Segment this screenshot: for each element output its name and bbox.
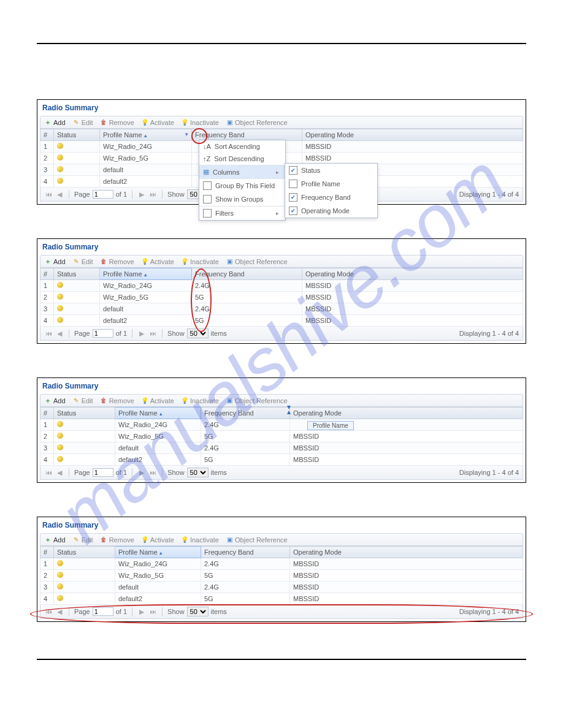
inactivate-button[interactable]: 💡Inactivate	[181, 119, 219, 126]
page-next-button[interactable]: ▶	[137, 330, 146, 338]
page-next-button[interactable]: ▶	[137, 608, 146, 616]
table-row[interactable]: 2Wiz_Radio_5G5GMBSSID	[40, 292, 523, 303]
edit-button[interactable]: ✎Edit	[72, 119, 93, 126]
page-prev-button[interactable]: ◀	[55, 469, 64, 477]
table-row[interactable]: 4default25GMBSSID	[40, 454, 523, 466]
col-status[interactable]: Status	[54, 268, 100, 280]
page-prev-button[interactable]: ◀	[55, 191, 64, 199]
edit-button[interactable]: ✎Edit	[72, 258, 93, 265]
remove-button[interactable]: 🗑Remove	[100, 119, 134, 126]
menu-group-by[interactable]: Group By This Field	[199, 179, 285, 192]
page-first-button[interactable]: ⏮	[44, 469, 53, 476]
menu-filters[interactable]: Filters▸	[199, 207, 285, 220]
col-mode[interactable]: Operating Mode	[302, 129, 523, 141]
page-input[interactable]	[93, 468, 113, 477]
col-num[interactable]: #	[40, 408, 54, 419]
column-menu-trigger[interactable]: ▾	[185, 131, 188, 137]
add-button[interactable]: ＋Add	[44, 119, 66, 126]
menu-columns[interactable]: ▦Columns▸	[199, 165, 285, 178]
col-freq[interactable]: Frequency Band	[201, 547, 290, 558]
cell-num: 2	[40, 570, 54, 582]
col-status[interactable]: Status	[54, 408, 115, 419]
menu-show-groups[interactable]: Show in Groups	[199, 192, 285, 206]
table-row[interactable]: 1Wiz_Radio_24G2.4G	[40, 419, 523, 431]
page-prev-button[interactable]: ◀	[55, 608, 64, 616]
object-reference-button[interactable]: ▣Object Reference	[226, 258, 288, 265]
col-profile[interactable]: Profile Name▾	[100, 129, 192, 141]
page-size-select[interactable]: 50	[187, 328, 209, 338]
table-row[interactable]: 2Wiz_Radio_5G5GMBSSID	[40, 431, 523, 442]
cell-freq: 5G	[201, 570, 290, 582]
table-row[interactable]: 4default25GMBSSID	[40, 315, 523, 327]
table-row[interactable]: 1Wiz_Radio_24G2.4GMBSSID	[40, 280, 523, 292]
activate-button[interactable]: 💡Activate	[141, 536, 174, 544]
page-last-button[interactable]: ⏭	[148, 469, 157, 476]
edit-button[interactable]: ✎Edit	[72, 397, 93, 404]
page-last-button[interactable]: ⏭	[148, 191, 157, 198]
panel-radio-summary-3: Radio Summary ＋Add ✎Edit 🗑Remove 💡Activa…	[37, 377, 526, 483]
activate-icon: 💡	[141, 536, 148, 544]
table-row[interactable]: 1Wiz_Radio_24G2.4GMBSSID	[40, 558, 523, 570]
col-mode[interactable]: Operating Mode	[290, 547, 523, 558]
inactivate-icon: 💡	[181, 536, 188, 544]
table-row[interactable]: 3default2.4GMBSSID	[40, 582, 523, 593]
col-freq[interactable]: Frequency Band	[192, 268, 302, 280]
page-prev-button[interactable]: ◀	[55, 330, 64, 338]
table-row[interactable]: 3default2.4GMBSSID	[40, 442, 523, 454]
table-row[interactable]: 2Wiz_Radio_5G5GMBSSID	[40, 570, 523, 582]
show-groups-checkbox	[203, 195, 212, 203]
remove-button[interactable]: 🗑Remove	[100, 258, 134, 265]
inactivate-button[interactable]: 💡Inactivate	[181, 397, 219, 404]
activate-button[interactable]: 💡Activate	[141, 119, 174, 126]
page-input[interactable]	[93, 190, 113, 199]
col-profile[interactable]: Profile Name	[100, 268, 192, 280]
object-reference-button[interactable]: ▣Object Reference	[226, 119, 288, 126]
col-num[interactable]: #	[40, 129, 54, 141]
col-mode[interactable]: Operating Mode	[290, 408, 523, 419]
menu-sort-desc[interactable]: ↑ZSort Descending	[199, 153, 285, 165]
cell-status	[54, 153, 100, 164]
add-button[interactable]: ＋Add	[44, 258, 66, 265]
page-last-button[interactable]: ⏭	[148, 330, 157, 337]
object-reference-button[interactable]: ▣Object Reference	[226, 397, 288, 404]
table-row[interactable]: 4default25GMBSSID	[40, 593, 523, 605]
submenu-profile[interactable]: Profile Name	[285, 177, 377, 191]
cell-status	[54, 315, 100, 327]
page-first-button[interactable]: ⏮	[44, 608, 53, 615]
inactivate-button[interactable]: 💡Inactivate	[181, 536, 219, 544]
col-num[interactable]: #	[40, 547, 54, 558]
submenu-mode[interactable]: ✔Operating Mode	[285, 204, 377, 218]
col-profile[interactable]: Profile Name	[115, 408, 201, 419]
page-next-button[interactable]: ▶	[137, 191, 146, 199]
col-status[interactable]: Status	[54, 547, 115, 558]
page-last-button[interactable]: ⏭	[148, 608, 157, 615]
page-first-button[interactable]: ⏮	[44, 330, 53, 337]
cell-freq: 5G	[192, 292, 302, 303]
col-num[interactable]: #	[40, 268, 54, 280]
col-status[interactable]: Status	[54, 129, 100, 141]
inactivate-button[interactable]: 💡Inactivate	[181, 258, 219, 265]
col-freq[interactable]: Frequency Band	[201, 408, 290, 419]
remove-button[interactable]: 🗑Remove	[100, 397, 134, 404]
object-reference-button[interactable]: ▣Object Reference	[226, 536, 288, 544]
remove-button[interactable]: 🗑Remove	[100, 536, 134, 544]
activate-button[interactable]: 💡Activate	[141, 397, 174, 404]
submenu-freq[interactable]: ✔Frequency Band	[285, 191, 377, 204]
page-size-select[interactable]: 50	[187, 607, 209, 616]
page-input[interactable]	[93, 329, 113, 338]
edit-button[interactable]: ✎Edit	[72, 536, 93, 544]
add-button[interactable]: ＋Add	[44, 397, 66, 404]
cell-freq: 5G	[192, 315, 302, 327]
col-profile[interactable]: Profile Name	[115, 547, 201, 558]
page-first-button[interactable]: ⏮	[44, 191, 53, 198]
activate-button[interactable]: 💡Activate	[141, 258, 174, 265]
submenu-status[interactable]: ✔Status	[285, 164, 377, 177]
col-mode[interactable]: Operating Mode	[302, 268, 523, 280]
table-row[interactable]: 3default2.4GMBSSID	[40, 303, 523, 315]
page-input[interactable]	[93, 607, 113, 616]
page-next-button[interactable]: ▶	[137, 469, 146, 477]
add-button[interactable]: ＋Add	[44, 536, 66, 544]
menu-sort-asc[interactable]: ↓ASort Ascending	[199, 140, 285, 153]
page-size-select[interactable]: 50	[187, 468, 209, 477]
col-freq[interactable]: Frequency Band	[192, 129, 302, 141]
